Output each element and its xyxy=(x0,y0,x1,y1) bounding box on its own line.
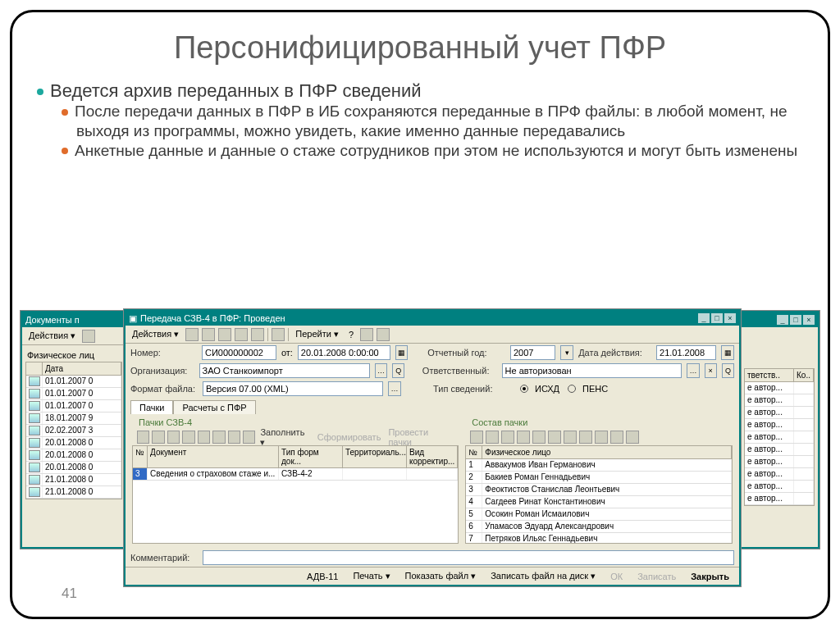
table-row[interactable]: 01.01.2007 0 xyxy=(26,376,121,388)
edit-icon[interactable] xyxy=(152,431,164,444)
table-row[interactable]: 2Бакиев Роман Геннадьевич xyxy=(466,472,732,484)
date-action-field[interactable]: 21.01.2008 xyxy=(656,345,716,360)
table-row[interactable]: е автор... xyxy=(745,493,814,505)
toolbar-icon[interactable] xyxy=(377,328,390,341)
table-row[interactable]: е автор... xyxy=(745,382,814,394)
misc-icon[interactable] xyxy=(595,431,608,444)
table-row[interactable]: 01.01.2007 0 xyxy=(26,388,121,400)
table-row[interactable]: 21.01.2008 0 xyxy=(26,474,121,486)
adv-button[interactable]: АДВ-11 xyxy=(302,570,343,583)
help-button[interactable]: ? xyxy=(345,328,357,341)
table-row[interactable]: 3 Сведения о страховом стаже и... СЗВ-4-… xyxy=(133,468,458,481)
sort-icon[interactable] xyxy=(548,431,561,444)
table-row[interactable]: е автор... xyxy=(745,419,814,431)
ot-field[interactable]: 20.01.2008 0:00:00 xyxy=(298,345,390,360)
radio-ishd[interactable] xyxy=(520,385,528,393)
table-row[interactable]: е автор... xyxy=(745,444,814,456)
open-icon[interactable]: Q xyxy=(722,363,734,378)
maximize-icon[interactable]: □ xyxy=(711,313,723,323)
select-icon[interactable]: … xyxy=(687,363,699,378)
toolbar-icon[interactable] xyxy=(82,330,95,343)
sort-icon[interactable] xyxy=(564,431,577,444)
table-row[interactable]: 3Феоктистов Станислав Леонтьевич xyxy=(466,484,732,496)
col-terr: Территориаль... xyxy=(343,446,407,467)
table-row[interactable]: 20.01.2008 0 xyxy=(26,437,121,449)
table-row[interactable]: 20.01.2008 0 xyxy=(26,462,121,474)
move-down-icon[interactable] xyxy=(532,431,546,444)
table-row[interactable]: 18.01.2007 9 xyxy=(26,412,121,425)
num-field[interactable]: СИ000000002 xyxy=(202,345,276,360)
table-row[interactable]: 1Аввакумов Иван Германович xyxy=(466,459,732,472)
spinner-icon[interactable]: ▾ xyxy=(560,345,573,360)
add-icon[interactable] xyxy=(470,431,483,444)
table-row[interactable]: 5Осокин Роман Исмаилович xyxy=(466,508,732,521)
form-button[interactable]: Сформировать xyxy=(315,432,384,442)
close-icon[interactable]: × xyxy=(724,313,736,323)
tab-raschet[interactable]: Расчеты с ПФР xyxy=(173,400,255,414)
toolbar-icon[interactable] xyxy=(185,328,199,341)
select-icon[interactable]: … xyxy=(375,363,387,378)
misc-icon[interactable] xyxy=(243,431,255,444)
resp-field[interactable]: Не авторизован xyxy=(502,363,682,378)
close-icon[interactable]: × xyxy=(803,315,815,325)
edit-icon[interactable] xyxy=(486,431,499,444)
date-picker-icon[interactable]: ▦ xyxy=(395,345,409,360)
table-row[interactable]: 02.02.2007 3 xyxy=(26,425,121,437)
delete-icon[interactable] xyxy=(167,431,180,444)
fmt-field[interactable]: Версия 07.00 (XML) xyxy=(203,381,383,396)
maximize-icon[interactable]: □ xyxy=(790,315,801,325)
misc-icon[interactable] xyxy=(626,431,639,444)
move-down-icon[interactable] xyxy=(198,431,210,444)
year-label: Отчетный год: xyxy=(427,348,505,358)
table-row[interactable]: 01.01.2007 0 xyxy=(26,400,121,412)
tab-packs[interactable]: Пачки xyxy=(130,400,173,414)
table-row[interactable]: е автор... xyxy=(745,394,814,407)
add-icon[interactable] xyxy=(137,431,149,444)
misc-icon[interactable] xyxy=(610,431,623,444)
open-icon[interactable]: Q xyxy=(392,363,404,378)
table-row[interactable]: е автор... xyxy=(745,456,814,468)
table-row[interactable]: 6Упамасов Эдуард Александрович xyxy=(466,521,732,533)
toolbar-icon[interactable] xyxy=(235,328,248,341)
showfile-button[interactable]: Показать файл ▾ xyxy=(400,569,482,583)
toolbar-icon[interactable] xyxy=(202,328,215,341)
actions-menu[interactable]: Действия ▾ xyxy=(129,327,182,341)
toolbar-icon[interactable] xyxy=(251,328,264,341)
clear-icon[interactable]: × xyxy=(705,363,717,378)
minimize-icon[interactable]: _ xyxy=(698,313,710,323)
table-row[interactable]: 21.01.2008 0 xyxy=(26,486,121,499)
move-up-icon[interactable] xyxy=(182,431,194,444)
delete-icon[interactable] xyxy=(501,431,514,444)
table-row[interactable]: 20.01.2008 0 xyxy=(26,449,121,462)
table-row[interactable]: 4Сагдеев Ринат Константинович xyxy=(466,496,732,508)
close-button[interactable]: Закрыть xyxy=(686,570,734,583)
actions-menu-left[interactable]: Действия ▾ xyxy=(25,329,79,343)
col-korr: Вид корректир... xyxy=(407,446,458,467)
table-row[interactable]: е автор... xyxy=(745,468,814,481)
select-icon[interactable]: … xyxy=(388,381,401,396)
ok-button[interactable]: ОК xyxy=(605,570,628,583)
sort-icon[interactable] xyxy=(212,431,225,444)
toolbar-icon[interactable] xyxy=(272,328,285,341)
sort-icon[interactable] xyxy=(228,431,240,444)
table-row[interactable]: е автор... xyxy=(745,431,814,444)
org-field[interactable]: ЗАО Станкоимпорт xyxy=(199,363,370,378)
writefile-button[interactable]: Записать файл на диск ▾ xyxy=(486,569,600,583)
fill-button[interactable]: Заполнить ▾ xyxy=(258,427,312,448)
date-picker-icon[interactable]: ▦ xyxy=(721,345,734,360)
table-row[interactable]: е автор... xyxy=(745,481,814,493)
toolbar-icon[interactable] xyxy=(218,328,231,341)
prov-button[interactable]: Провести пачки xyxy=(386,427,454,447)
radio-pens[interactable] xyxy=(568,385,576,393)
print-button[interactable]: Печать ▾ xyxy=(348,569,395,583)
toolbar-icon[interactable] xyxy=(360,328,373,341)
save-button[interactable]: Записать xyxy=(632,570,681,583)
minimize-icon[interactable]: _ xyxy=(777,315,788,325)
comment-field[interactable] xyxy=(203,550,734,565)
year-field[interactable]: 2007 xyxy=(510,345,555,360)
table-row[interactable]: е автор... xyxy=(745,407,814,419)
move-up-icon[interactable] xyxy=(517,431,530,444)
misc-icon[interactable] xyxy=(579,431,592,444)
goto-menu[interactable]: Перейти ▾ xyxy=(292,327,342,341)
table-row[interactable]: 7Петряков Ильяс Геннадьевич xyxy=(466,533,732,544)
